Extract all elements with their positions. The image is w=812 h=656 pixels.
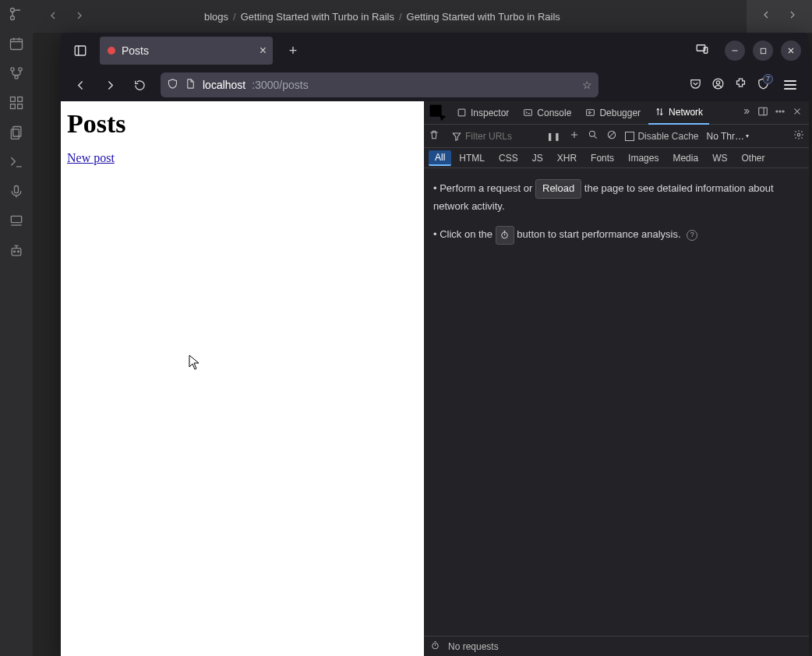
breadcrumb-segment[interactable]: blogs — [204, 11, 228, 23]
extensions-icon[interactable] — [734, 77, 747, 93]
settings-gear-icon[interactable] — [793, 129, 804, 143]
breadcrumb-segment[interactable]: Getting Started with Turbo in Rails — [241, 11, 394, 23]
window-close-button[interactable] — [781, 41, 801, 61]
pane-back-icon[interactable] — [760, 9, 772, 24]
ide-forward-icon[interactable] — [73, 9, 86, 24]
pocket-icon[interactable] — [689, 77, 702, 93]
element-picker-icon[interactable] — [427, 102, 449, 124]
responsive-mode-icon[interactable] — [695, 42, 709, 59]
sidebar-toggle-icon[interactable] — [69, 39, 92, 62]
stopwatch-button[interactable] — [496, 226, 514, 245]
new-tab-button[interactable]: + — [282, 40, 304, 62]
svg-point-5 — [15, 76, 18, 79]
tab-close-icon[interactable]: × — [259, 44, 267, 57]
filter-images[interactable]: Images — [622, 151, 665, 165]
page-info-icon[interactable] — [185, 78, 196, 92]
filter-input[interactable] — [465, 131, 535, 142]
structure-icon[interactable] — [7, 93, 26, 112]
svg-rect-13 — [11, 216, 21, 222]
extension-badge: 7 — [763, 74, 773, 84]
add-icon[interactable] — [569, 129, 580, 143]
tab-debugger[interactable]: Debugger — [579, 101, 647, 125]
breadcrumb[interactable]: blogs / Getting Started with Turbo in Ra… — [204, 11, 560, 23]
filter-js[interactable]: JS — [526, 151, 549, 165]
filter-icon — [451, 131, 462, 142]
mic-icon[interactable] — [7, 182, 26, 201]
maximize-button[interactable] — [753, 41, 773, 61]
new-post-link[interactable]: New post — [67, 151, 115, 164]
svg-rect-28 — [524, 110, 532, 116]
devtools-close-icon[interactable] — [792, 106, 803, 119]
account-icon[interactable] — [711, 77, 725, 93]
filter-other[interactable]: Other — [735, 151, 771, 165]
page-viewport: Posts New post — [61, 101, 424, 656]
filter-xhr[interactable]: XHR — [551, 151, 583, 165]
svg-rect-7 — [18, 97, 23, 102]
browser-toolbar: localhost:3000/posts ☆ 7 — [61, 69, 809, 101]
filter-all[interactable]: All — [429, 150, 451, 166]
clear-icon[interactable] — [429, 129, 440, 143]
tab-network[interactable]: Network — [648, 101, 709, 125]
ide-split-nav — [747, 0, 812, 33]
stopwatch-icon[interactable] — [430, 640, 440, 653]
reload-button[interactable] — [128, 73, 151, 97]
calendar-icon[interactable] — [7, 34, 26, 53]
back-button[interactable] — [69, 73, 92, 97]
svg-point-4 — [19, 68, 22, 71]
breadcrumb-segment[interactable]: Getting Started with Turbo in Rails — [407, 11, 560, 23]
svg-rect-10 — [13, 127, 21, 137]
page-title: Posts — [67, 109, 418, 139]
ublock-icon[interactable]: 7 — [757, 77, 770, 93]
ide-back-icon[interactable] — [47, 9, 59, 24]
filter-ws[interactable]: WS — [706, 151, 733, 165]
filter-fonts[interactable]: Fonts — [584, 151, 620, 165]
info-icon[interactable]: ? — [687, 230, 697, 241]
svg-point-31 — [776, 111, 778, 112]
devtools-menu-icon[interactable] — [775, 106, 786, 119]
network-type-filters: All HTML CSS JS XHR Fonts Images Media W… — [424, 148, 809, 168]
svg-point-15 — [14, 251, 16, 252]
tab-title: Posts — [122, 44, 149, 57]
breadcrumb-separator: / — [399, 11, 402, 23]
svg-rect-2 — [11, 39, 23, 49]
svg-point-33 — [782, 111, 784, 112]
block-icon[interactable] — [606, 129, 617, 143]
filter-css[interactable]: CSS — [492, 151, 524, 165]
search-icon[interactable] — [588, 129, 598, 143]
filter-urls-field[interactable] — [447, 129, 539, 144]
filter-html[interactable]: HTML — [453, 151, 491, 165]
network-empty-body: • Perform a request or Reload the page t… — [424, 168, 809, 636]
vcs-icon[interactable] — [7, 5, 26, 23]
tab-inspector[interactable]: Inspector — [450, 101, 515, 125]
terminal-icon[interactable] — [7, 153, 26, 171]
pause-recording-icon[interactable]: ❚❚ — [547, 131, 561, 142]
disable-cache-checkbox[interactable]: Disable Cache — [625, 131, 698, 142]
hamburger-menu-icon[interactable] — [779, 80, 801, 90]
layers-icon[interactable] — [7, 212, 26, 231]
pane-forward-icon[interactable] — [786, 9, 799, 24]
branch-icon[interactable] — [7, 64, 26, 83]
tab-strip: Posts × + — [61, 33, 809, 69]
filter-media[interactable]: Media — [666, 151, 704, 165]
tab-console[interactable]: Console — [517, 101, 577, 125]
reload-hint: • Perform a request or Reload the page t… — [433, 179, 800, 215]
svg-point-32 — [779, 111, 781, 112]
svg-point-37 — [502, 232, 508, 238]
svg-point-16 — [18, 251, 19, 252]
files-icon[interactable] — [7, 123, 26, 142]
forward-button[interactable] — [98, 73, 122, 97]
bookmark-star-icon[interactable]: ☆ — [582, 79, 592, 91]
minimize-button[interactable] — [725, 41, 745, 61]
svg-rect-23 — [761, 48, 765, 53]
browser-tab[interactable]: Posts × — [100, 37, 273, 65]
robot-icon[interactable] — [7, 242, 26, 260]
reload-pill-button[interactable]: Reload — [535, 179, 581, 199]
svg-rect-27 — [458, 109, 465, 116]
shield-icon[interactable] — [167, 78, 178, 92]
svg-rect-9 — [18, 104, 23, 109]
more-tabs-icon[interactable] — [740, 106, 751, 119]
breadcrumb-separator: / — [233, 11, 236, 23]
throttle-select[interactable]: No Thr…▾ — [707, 131, 749, 142]
address-bar[interactable]: localhost:3000/posts ☆ — [161, 72, 598, 97]
dock-side-icon[interactable] — [757, 106, 768, 119]
